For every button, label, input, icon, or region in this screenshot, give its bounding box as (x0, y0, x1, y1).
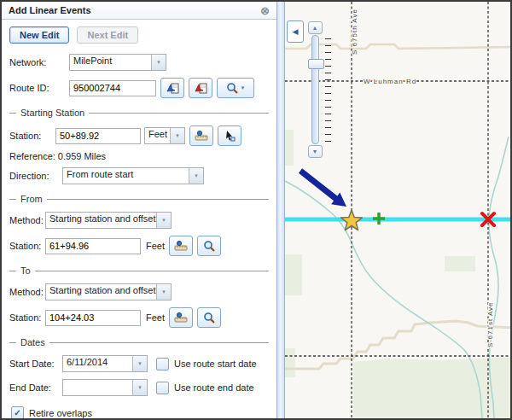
starting-station-input[interactable] (55, 128, 141, 144)
from-method-row: Method: Starting station and offset ▼ (9, 212, 269, 229)
clear-route-icon (194, 81, 207, 95)
road-label-luhman: W Luhman Rd (364, 78, 416, 85)
to-method-select[interactable]: Starting station and offset ▼ (45, 283, 172, 300)
from-method-select[interactable]: Starting station and offset ▼ (45, 212, 172, 229)
station-label: Station: (9, 312, 45, 323)
search-icon (226, 82, 238, 94)
direction-label: Direction: (9, 171, 62, 181)
to-method-row: Method: Starting station and offset ▼ (9, 283, 269, 300)
select-route-on-map-button[interactable] (160, 78, 184, 98)
map-zoom-slider: ▲ ▼ (307, 21, 323, 158)
panel-body: New Edit Next Edit Network: MilePoint ▼ … (2, 20, 276, 420)
start-date-picker[interactable]: 6/11/2014 ▼ (62, 355, 148, 372)
end-date-value (63, 380, 132, 395)
map-canvas[interactable]: S 675th Ave W Luhman Rd S 671st Ave ◀ ▲ (285, 2, 510, 418)
measure-icon (174, 240, 188, 252)
park-area (285, 254, 302, 295)
from-station-input[interactable] (45, 238, 141, 254)
network-value: MilePoint (70, 55, 151, 70)
route-id-input[interactable] (69, 80, 156, 96)
station-label: Station: (9, 241, 45, 251)
measure-on-map-button[interactable] (189, 125, 213, 146)
route-id-row: Route ID: (9, 78, 269, 98)
retire-overlaps-checkbox[interactable]: ✓ (11, 406, 24, 419)
measure-icon (195, 130, 208, 142)
chevron-down-icon[interactable]: ▼ (132, 380, 147, 395)
start-date-label: Start Date: (9, 359, 62, 369)
new-edit-button[interactable]: New Edit (9, 26, 69, 44)
park-area (285, 130, 294, 166)
search-station-button[interactable] (197, 307, 221, 328)
clear-route-selection-button[interactable] (189, 78, 212, 98)
use-route-start-date-label: Use route start date (174, 359, 257, 369)
collapse-left-icon: ◀ (293, 27, 299, 36)
pick-station-on-map-button[interactable] (218, 125, 241, 146)
method-label: Method: (9, 215, 45, 225)
end-date-picker[interactable]: ▼ (62, 379, 148, 396)
method-label: Method: (9, 287, 45, 297)
park-area (445, 256, 475, 271)
units-value: Feet (145, 128, 170, 143)
zoom-level-ticks (325, 38, 331, 142)
panel-splitter[interactable] (277, 2, 285, 418)
edit-button-row: New Edit Next Edit (9, 26, 269, 44)
zoom-in-button[interactable]: ▲ (308, 21, 323, 34)
chevron-down-icon[interactable]: ▼ (189, 168, 203, 184)
starting-station-section-title: Starting Station (9, 108, 269, 118)
use-route-end-date-label: Use route end date (174, 382, 254, 393)
collapse-panel-button[interactable]: ◀ (287, 20, 304, 43)
chevron-down-icon[interactable]: ▼ (156, 284, 171, 300)
start-date-value: 6/11/2014 (63, 356, 132, 371)
route-search-split-button[interactable]: ▼ (217, 78, 254, 98)
zoom-out-button[interactable]: ▼ (308, 145, 323, 158)
search-icon (203, 240, 215, 252)
pointer-icon (224, 130, 236, 142)
use-route-end-date-checkbox[interactable] (156, 382, 169, 394)
from-section-title: From (9, 194, 269, 204)
zoom-slider-handle[interactable] (308, 59, 324, 69)
network-label: Network: (9, 57, 69, 67)
end-date-row: End Date: ▼ Use route end date (9, 379, 269, 396)
units-select[interactable]: Feet ▼ (144, 127, 185, 144)
to-station-row: Station: Feet (9, 307, 269, 328)
arrow-up-icon: ▲ (312, 25, 318, 31)
chevron-down-icon[interactable]: ▼ (151, 55, 166, 70)
measure-on-map-button[interactable] (169, 307, 193, 328)
search-station-button[interactable] (197, 236, 221, 256)
network-select[interactable]: MilePoint ▼ (69, 54, 166, 71)
direction-value: From route start (63, 168, 189, 184)
check-icon: ✓ (14, 409, 20, 417)
end-date-label: End Date: (9, 382, 62, 393)
start-date-row: Start Date: 6/11/2014 ▼ Use route start … (9, 355, 269, 372)
chevron-down-icon[interactable]: ▼ (156, 213, 171, 228)
measure-icon (174, 312, 188, 324)
network-row: Network: MilePoint ▼ (9, 54, 269, 71)
station-label: Station: (9, 131, 55, 141)
direction-select[interactable]: From route start ▼ (62, 167, 204, 184)
zoom-slider-track[interactable] (311, 35, 319, 144)
search-icon (203, 312, 215, 324)
to-units-label: Feet (146, 312, 165, 323)
park-area (353, 357, 510, 418)
road-label-s675th: S 675th Ave (351, 9, 358, 55)
use-route-start-date-checkbox[interactable] (156, 358, 169, 370)
close-icon[interactable]: ⊗ (260, 5, 270, 16)
to-station-input[interactable] (45, 310, 141, 326)
arrow-down-icon: ▼ (312, 149, 318, 155)
add-linear-events-panel: Add Linear Events ⊗ New Edit Next Edit N… (2, 2, 277, 418)
route-id-label: Route ID: (9, 83, 69, 93)
chevron-down-icon[interactable]: ▼ (170, 128, 184, 143)
starting-station-row: Station: Feet ▼ (9, 125, 269, 146)
road-label-s671st: S 671st Ave (486, 301, 494, 347)
annotation-arrow (299, 168, 346, 207)
select-route-icon (166, 81, 179, 95)
measure-on-map-button[interactable] (169, 236, 193, 256)
reference-text: Reference: 0.959 Miles (9, 151, 269, 161)
dates-section-title: Dates (9, 337, 269, 347)
chevron-down-icon[interactable]: ▼ (132, 356, 147, 371)
options-group: ✓ Retire overlaps ✓ Merge coincident eve… (9, 406, 269, 420)
next-edit-button[interactable]: Next Edit (77, 26, 138, 44)
panel-title: Add Linear Events (9, 5, 91, 15)
app-window: Add Linear Events ⊗ New Edit Next Edit N… (0, 0, 512, 420)
chevron-down-icon: ▼ (241, 85, 246, 90)
